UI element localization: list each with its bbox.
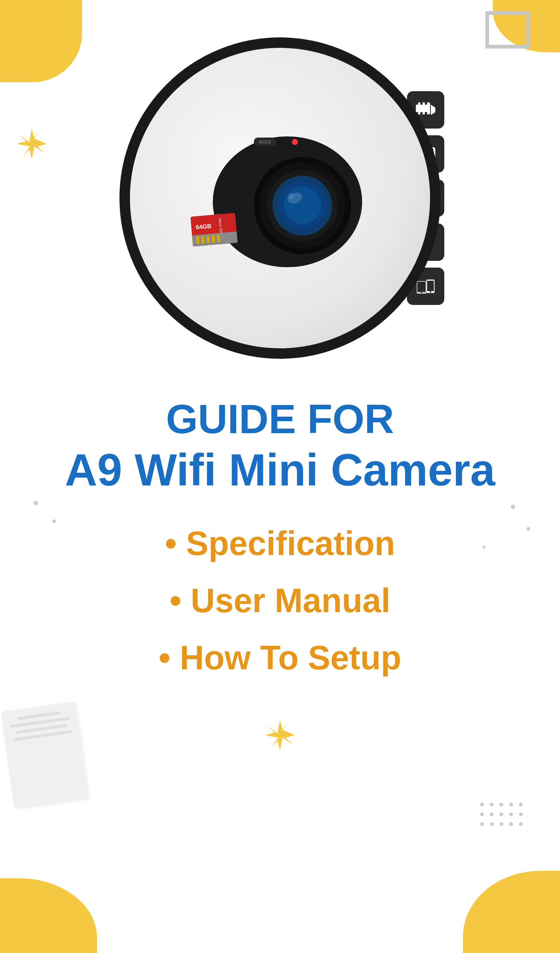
guide-title-line1: GUIDE FOR [65,396,495,441]
features-list: • Specification • User Manual • How To S… [65,524,495,677]
svg-point-40 [284,187,321,224]
svg-text:64GB: 64GB [196,223,212,231]
guide-title-line2: A9 Wifi Mini Camera [65,445,495,494]
bullet-how-to-setup: • How To Setup [65,639,495,677]
svg-text:MODE: MODE [259,140,271,144]
camera-section: MODE [119,37,441,359]
svg-rect-3 [416,102,418,105]
svg-rect-26 [427,281,434,291]
bullet-specification: • Specification [65,524,495,563]
svg-marker-53 [265,720,295,750]
svg-rect-29 [418,282,425,292]
svg-point-27 [430,291,431,293]
svg-rect-5 [425,102,427,105]
bullet-user-manual: • User Manual [65,582,495,620]
main-content: MODE [0,0,560,953]
svg-rect-7 [420,112,422,114]
arrow-cross-bottom-icon [263,718,297,753]
camera-svg: MODE [168,105,392,292]
svg-rect-8 [425,112,427,114]
camera-circle: MODE [119,37,441,359]
text-section: GUIDE FOR A9 Wifi Mini Camera • Specific… [43,396,517,696]
svg-point-33 [292,139,298,145]
svg-point-42 [288,193,294,199]
svg-point-30 [421,292,422,293]
svg-rect-4 [420,102,422,105]
svg-marker-2 [431,105,435,115]
